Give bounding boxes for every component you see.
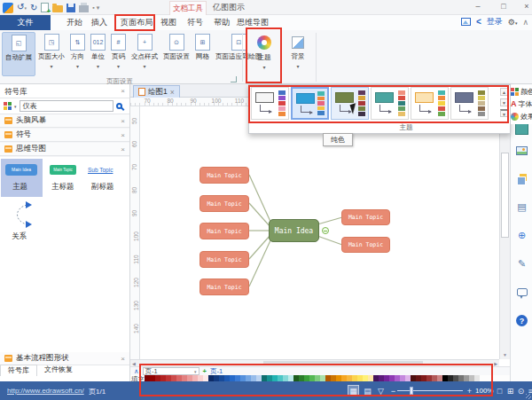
ribbon-button-页码[interactable]: #页码▾ [108, 32, 129, 76]
gallery-up-icon[interactable]: ▲ [500, 88, 509, 96]
zoom-slider[interactable] [397, 390, 463, 391]
ribbon-button-方向[interactable]: ⇅方向▾ [67, 32, 88, 76]
ribbon-button-单位[interactable]: 012单位▾ [88, 32, 108, 76]
font-option[interactable]: A字体▾ [511, 98, 532, 110]
new-document-icon[interactable] [41, 3, 49, 12]
scroll-down-icon[interactable]: ▼ [503, 352, 507, 357]
close-icon[interactable]: × [121, 129, 125, 142]
page-view-icon[interactable]: ▤ [362, 385, 373, 396]
ribbon-button-页面设置[interactable]: ⊙页面设置 [160, 32, 192, 76]
mindmap-topic-node[interactable]: Main Topic [341, 209, 390, 225]
zoom-in-icon[interactable]: + [464, 385, 475, 396]
tab-帮助[interactable]: 帮助 [214, 15, 230, 30]
theme-thumbnail-5[interactable] [411, 87, 449, 120]
symbol-relation[interactable] [9, 200, 35, 230]
edit-note-icon[interactable]: ✎ [514, 256, 529, 271]
comment-icon[interactable] [514, 285, 529, 300]
chevron-down-icon[interactable]: ▾ [14, 104, 17, 109]
tab-开始[interactable]: 开始 [66, 15, 82, 30]
close-button[interactable]: × [520, 0, 532, 13]
search-icon[interactable] [116, 103, 122, 109]
close-icon[interactable]: × [170, 88, 175, 97]
add-page-button[interactable]: + [203, 367, 207, 375]
dialog-launcher-icon[interactable] [231, 76, 237, 82]
tab-思维导图[interactable]: 思维导图 [237, 15, 269, 30]
scrollbar-thumb[interactable] [501, 153, 509, 238]
undo-icon[interactable]: ↺▾ [17, 1, 27, 14]
close-icon[interactable]: × [121, 143, 125, 156]
mindmap-topic-node[interactable]: Main Topic [200, 251, 249, 268]
tab-插入[interactable]: 插入 [91, 15, 107, 30]
section-symbols[interactable]: 符号× [0, 129, 129, 142]
login-link[interactable]: 登录 [487, 16, 503, 27]
section-mindmap[interactable]: 思维导图× [0, 143, 129, 156]
scrollbar-thumb[interactable] [263, 361, 423, 365]
symbol-main-topic[interactable]: Main Topic [50, 165, 76, 175]
symbol-main-idea[interactable]: Main Idea [5, 164, 37, 176]
theme-thumbnail-6[interactable] [450, 87, 489, 120]
maximize-button[interactable]: □ [497, 0, 511, 13]
search-input[interactable]: 仪表 [20, 100, 113, 112]
theme-button[interactable]: 主题 ▾ [248, 32, 280, 83]
more-commands-icon[interactable]: ▪ ▾ [92, 2, 99, 14]
theme-thumbnail-1[interactable] [251, 87, 289, 120]
layers-icon[interactable] [514, 171, 529, 186]
theme-thumbnail-4[interactable] [371, 87, 409, 120]
gallery-down-icon[interactable]: ▼ [500, 98, 509, 106]
tab-页面布局[interactable]: 页面布局 [121, 15, 153, 30]
collapse-branch-icon[interactable] [322, 227, 329, 234]
tab-符号[interactable]: 符号 [187, 15, 203, 30]
filter-view-icon[interactable]: ▽ [375, 385, 387, 396]
background-button[interactable]: 背景 ▾ [282, 32, 314, 83]
tab-file[interactable]: 文件 [0, 15, 51, 30]
zoom-slider-thumb[interactable] [410, 387, 413, 395]
mindmap-topic-node[interactable]: Main Topic [200, 195, 249, 212]
vertical-scrollbar[interactable]: ▲ ▼ [499, 98, 510, 359]
normal-view-icon[interactable]: ▦ [348, 385, 359, 396]
export-image-icon[interactable] [461, 18, 471, 26]
library-grid-icon[interactable] [4, 102, 12, 110]
close-icon[interactable]: × [121, 352, 125, 365]
ribbon-button-自动扩展[interactable]: ◱自动扩展 [2, 32, 35, 76]
gallery-more-icon[interactable]: ▼ [500, 109, 509, 117]
redo-icon[interactable]: ↻ [30, 2, 37, 14]
print-icon[interactable] [79, 5, 89, 12]
page-selector[interactable]: 页-1▾ [143, 367, 200, 375]
section-brainstorm[interactable]: 头脑风暴× [0, 114, 129, 128]
colors-option[interactable]: 颜色▾ [511, 85, 532, 98]
tab-symbol-library[interactable]: 符号库 [0, 365, 37, 376]
symbol-sub-topic[interactable]: Sub Topic [88, 167, 113, 173]
mindmap-topic-node[interactable]: Main Topic [200, 167, 249, 184]
ribbon-button-页面大小[interactable]: ◳页面大小▾ [35, 32, 67, 76]
tab-file-recovery[interactable]: 文件恢复 [37, 365, 80, 376]
globe-icon[interactable]: ⊕ [514, 228, 529, 243]
section-basic-flowchart[interactable]: 基本流程图形状× [0, 352, 129, 365]
ribbon-button-交点样式[interactable]: +交点样式▾ [129, 32, 160, 76]
mindmap-topic-node[interactable]: Main Topic [341, 237, 390, 253]
theme-thumbnail-3[interactable] [331, 87, 369, 120]
page-tab[interactable]: 页-1 [210, 367, 223, 376]
help-icon[interactable]: ? [514, 313, 529, 328]
insert-picture-icon[interactable] [514, 143, 529, 158]
mindmap-topic-node[interactable]: Main Topic [200, 278, 249, 295]
gear-icon[interactable]: ⚙▾ [508, 18, 518, 27]
website-link[interactable]: http://www.edrawsoft.cn/ [7, 387, 84, 395]
document-tab[interactable]: 绘图1 × [133, 85, 180, 98]
close-icon[interactable]: × [121, 114, 125, 128]
tab-视图[interactable]: 视图 [160, 15, 176, 30]
resize-grip[interactable] [526, 394, 531, 399]
drawing-canvas[interactable]: Main Idea Main TopicMain TopicMain Topic… [140, 106, 499, 359]
horizontal-scrollbar[interactable]: ◀ ▶ [130, 359, 499, 366]
minimize-button[interactable]: – [471, 0, 485, 13]
collapse-ribbon-icon[interactable]: ∧ [522, 18, 528, 27]
document-list-icon[interactable]: ▤ [514, 200, 529, 215]
save-icon[interactable] [66, 4, 75, 12]
mindmap-center-node[interactable]: Main Idea [269, 219, 319, 242]
close-icon[interactable]: × [121, 84, 125, 98]
theme-thumbnail-2[interactable] [291, 87, 329, 120]
open-file-icon[interactable] [52, 5, 63, 12]
share-icon[interactable]: < [476, 17, 481, 27]
effects-option[interactable]: 效果▾ [511, 110, 532, 122]
mindmap-topic-node[interactable]: Main Topic [200, 223, 249, 239]
ribbon-button-网格[interactable]: ⊞网格 [192, 32, 213, 76]
